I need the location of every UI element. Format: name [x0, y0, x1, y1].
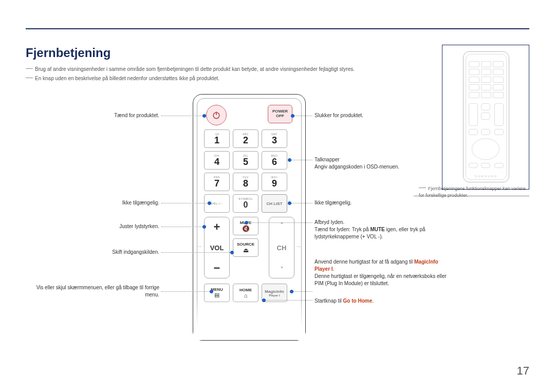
sidebar-note: Fjernbetjeningens funktionsknapper kan v…: [419, 185, 529, 198]
page-number: 17: [517, 364, 529, 378]
power-off-button[interactable]: POWER OFF: [268, 105, 292, 123]
vol-minus[interactable]: −: [214, 262, 220, 275]
leader-dot: [291, 114, 294, 118]
leader: [161, 116, 202, 116]
key-4[interactable]: GHI4: [204, 151, 230, 170]
leader-dot: [262, 298, 266, 302]
leader-dot: [288, 158, 291, 162]
menu-icon: ▤: [214, 292, 219, 298]
source-button[interactable]: SOURCE ⏏: [233, 238, 258, 257]
key-3[interactable]: DEF3: [262, 129, 287, 148]
power-icon: [211, 110, 221, 120]
key-8[interactable]: TUV8: [233, 173, 258, 191]
callout-na-right: Ikke tilgængelig.: [314, 199, 448, 207]
callout-power-off: Slukker for produktet.: [314, 112, 448, 119]
leader: [265, 300, 312, 301]
mute-icon: 🔇: [242, 225, 250, 232]
vol-label: VOL: [210, 244, 224, 252]
note-2-text: En knap uden en beskrivelse på billedet …: [35, 76, 219, 81]
decor-dots-right: ⋮: [297, 245, 301, 249]
leader-dot: [230, 251, 234, 254]
channel-rocker[interactable]: ˄ CH ˅: [269, 217, 294, 278]
key-1[interactable]: .QZ1: [204, 129, 230, 148]
key-9[interactable]: WXY9: [262, 173, 287, 191]
key-ch-list[interactable]: CH LIST: [262, 194, 287, 213]
decor-dots-left: ⋮: [197, 245, 202, 249]
power-on-button[interactable]: [206, 105, 227, 125]
volume-rocker[interactable]: + VOL −: [204, 217, 230, 278]
page-title: Fjernbetjening: [26, 46, 110, 60]
leader: [161, 291, 210, 292]
callout-na-left: Ikke tilgængelig.: [26, 199, 159, 207]
leader: [161, 252, 230, 253]
mini-remote-brand: SAMSUNG: [464, 175, 509, 178]
vol-plus[interactable]: +: [214, 220, 220, 234]
callout-volume: Juster lydstyrken.: [26, 223, 159, 230]
home-button[interactable]: HOME ⌂: [233, 284, 258, 302]
leader-dot: [202, 225, 206, 229]
leader: [161, 227, 202, 227]
key-6[interactable]: MNO6: [262, 151, 287, 170]
remote-body: POWER OFF .QZ1 ABC2 DEF3 GHI4 JKL5 MNO6 …: [193, 94, 306, 341]
ch-down-icon[interactable]: ˅: [280, 266, 284, 274]
leader-dot: [202, 114, 206, 118]
number-pad: .QZ1 ABC2 DEF3 GHI4 JKL5 MNO6 PRS7 TUV8 …: [204, 129, 287, 213]
sidebar-remote-box: SAMSUNG: [442, 45, 529, 190]
leader-dot: [245, 221, 248, 225]
leader: [291, 160, 312, 160]
leader-dot: [288, 201, 291, 205]
callout-source: Skift indgangskilden.: [26, 249, 159, 256]
key-7[interactable]: PRS7: [204, 173, 230, 191]
note-1-text: Brug af andre visningsenheder i samme om…: [35, 66, 355, 72]
bottom-row: MENU ▤ HOME ⌂ MagicInfo Player I: [204, 284, 287, 302]
callout-magicinfo: Anvend denne hurtigtast for at få adgang…: [314, 258, 453, 287]
leader-dot: [208, 201, 211, 205]
leader-dot: [290, 290, 293, 293]
leader: [293, 291, 312, 292]
callout-menu: Vis eller skjul skærmmenuen, eller gå ti…: [26, 284, 159, 298]
callout-power-on: Tænd for produktet.: [26, 112, 159, 119]
mute-button[interactable]: MUTE 🔇: [233, 217, 258, 235]
menu-button[interactable]: MENU ▤: [204, 284, 230, 302]
leader: [248, 222, 312, 223]
mini-remote: SAMSUNG: [463, 51, 509, 182]
leader: [294, 116, 312, 116]
power-off-label-2: OFF: [276, 114, 284, 119]
key-0[interactable]: SYMBOL0: [233, 194, 258, 213]
ch-label: CH: [277, 244, 287, 252]
note-1: Brug af andre visningsenheder i samme om…: [26, 66, 355, 72]
callout-mute: Afbryd lyden. Tænd for lyden: Tryk på MU…: [314, 219, 453, 240]
page: Fjernbetjening Brug af andre visningsenh…: [26, 28, 529, 371]
leader: [161, 203, 208, 203]
leader: [291, 203, 312, 203]
callout-numbers: Talknapper Angiv adgangskoden i OSD-menu…: [314, 156, 448, 171]
top-rule: [26, 28, 529, 29]
note-2: En knap uden en beskrivelse på billedet …: [26, 76, 219, 81]
home-icon: ⌂: [244, 292, 248, 298]
leader-dot: [210, 290, 213, 293]
callout-home: Startknap til Go to Home.: [314, 297, 453, 305]
key-5[interactable]: JKL5: [233, 151, 258, 170]
source-icon: ⏏: [243, 247, 249, 254]
key-2[interactable]: ABC2: [233, 129, 258, 148]
